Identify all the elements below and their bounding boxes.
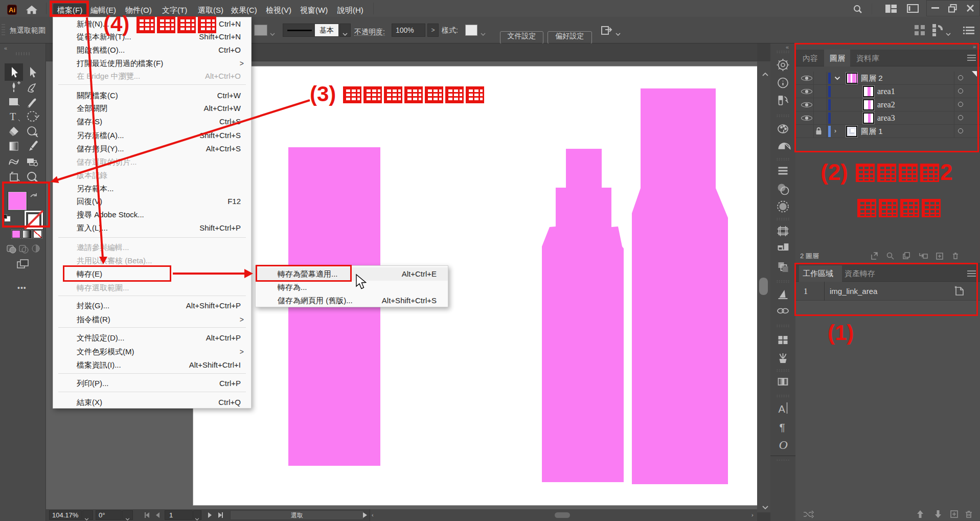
svg-text:O: O xyxy=(779,438,788,451)
svg-text:¶: ¶ xyxy=(780,421,785,433)
svg-text:T: T xyxy=(10,111,16,122)
svg-text:A: A xyxy=(779,403,786,415)
